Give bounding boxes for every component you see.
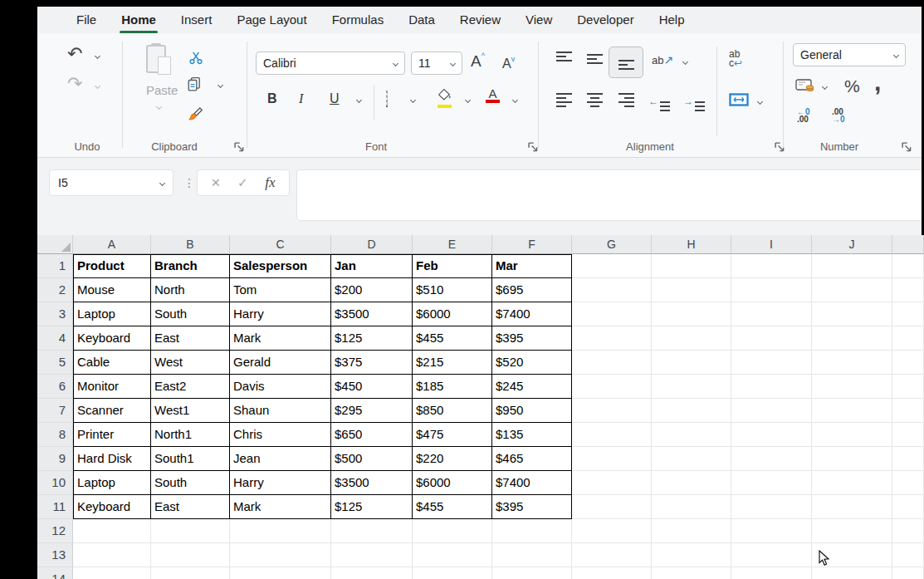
cell[interactable]: Keyboard xyxy=(73,495,151,519)
cell[interactable] xyxy=(230,567,331,579)
column-header[interactable]: J xyxy=(812,235,892,254)
cell[interactable] xyxy=(652,351,731,375)
cell[interactable]: South xyxy=(151,302,230,326)
cell[interactable] xyxy=(892,567,924,579)
cell[interactable] xyxy=(812,567,892,579)
font-size-select[interactable]: 11 xyxy=(411,52,462,75)
copy-dropdown-icon[interactable] xyxy=(218,82,223,88)
cell[interactable] xyxy=(652,254,731,278)
increase-indent-icon[interactable]: → xyxy=(683,93,705,111)
cell[interactable] xyxy=(731,302,812,326)
cell[interactable]: Jan xyxy=(331,254,413,278)
row-header[interactable]: 9 xyxy=(37,447,73,471)
cell[interactable]: $520 xyxy=(492,351,572,375)
column-header[interactable]: H xyxy=(652,235,731,254)
cell[interactable] xyxy=(492,567,572,579)
cell[interactable] xyxy=(731,447,812,471)
cell[interactable] xyxy=(731,278,812,302)
cell[interactable] xyxy=(572,351,652,375)
cell[interactable] xyxy=(892,543,924,567)
top-align-icon[interactable] xyxy=(556,52,572,66)
more-options-icon[interactable]: ⋮ xyxy=(183,176,195,189)
menu-formulas[interactable]: Formulas xyxy=(320,7,397,33)
font-color-icon[interactable]: A xyxy=(486,88,500,103)
cell[interactable] xyxy=(892,399,924,423)
cell[interactable] xyxy=(812,278,892,302)
column-header[interactable] xyxy=(892,235,924,254)
cell[interactable] xyxy=(331,543,413,567)
menu-page-layout[interactable]: Page Layout xyxy=(224,7,319,33)
row-header[interactable]: 10 xyxy=(37,471,73,495)
cell[interactable]: Product xyxy=(73,254,151,278)
cell[interactable]: $7400 xyxy=(492,471,572,495)
cell[interactable]: Mouse xyxy=(73,278,151,302)
cell[interactable] xyxy=(652,495,731,519)
cell[interactable] xyxy=(230,519,331,543)
cell[interactable] xyxy=(812,447,892,471)
cell[interactable]: $455 xyxy=(413,495,492,519)
comma-style-icon[interactable]: , xyxy=(874,68,881,96)
cell[interactable] xyxy=(652,326,731,351)
cell[interactable]: $650 xyxy=(331,423,413,447)
italic-button[interactable]: I xyxy=(299,91,303,106)
cell[interactable] xyxy=(731,567,812,579)
font-color-dropdown-icon[interactable] xyxy=(512,97,518,103)
row-header[interactable]: 2 xyxy=(37,278,73,302)
decrease-decimal-icon[interactable]: .00→0 xyxy=(832,108,845,123)
cell[interactable] xyxy=(731,351,812,375)
cell[interactable]: $450 xyxy=(331,375,413,399)
cell[interactable]: $185 xyxy=(413,375,492,399)
row-header[interactable]: 13 xyxy=(37,543,73,567)
cell[interactable]: $465 xyxy=(492,447,572,471)
cell[interactable]: South xyxy=(151,471,230,495)
cell[interactable] xyxy=(73,543,151,567)
undo-dropdown-icon[interactable] xyxy=(95,53,100,59)
cell[interactable] xyxy=(892,471,924,495)
increase-decimal-icon[interactable]: ←0.00 xyxy=(797,108,810,123)
cell[interactable]: West xyxy=(151,351,230,375)
shrink-font-button[interactable]: Av xyxy=(502,55,515,71)
cell[interactable] xyxy=(892,302,924,326)
name-box[interactable]: I5 xyxy=(49,169,174,196)
cell[interactable] xyxy=(812,423,892,447)
row-header[interactable]: 11 xyxy=(37,495,73,519)
bold-button[interactable]: B xyxy=(267,91,277,106)
cell[interactable]: $475 xyxy=(413,423,492,447)
cell[interactable]: $950 xyxy=(492,399,572,423)
fill-color-icon[interactable] xyxy=(438,88,452,108)
cell[interactable]: North xyxy=(151,278,230,302)
cell[interactable] xyxy=(652,519,731,543)
cell[interactable] xyxy=(731,399,812,423)
number-dialog-launcher-icon[interactable] xyxy=(901,141,912,153)
cancel-icon[interactable]: × xyxy=(211,174,220,192)
cell[interactable]: Keyboard xyxy=(73,326,151,351)
orientation-dropdown-icon[interactable] xyxy=(682,59,688,65)
cell[interactable]: Mark xyxy=(230,495,331,519)
cell[interactable]: Mark xyxy=(230,326,331,351)
cell[interactable]: Salesperson xyxy=(230,254,331,278)
cut-icon[interactable] xyxy=(188,50,203,68)
cell[interactable] xyxy=(731,423,812,447)
cell[interactable] xyxy=(572,254,652,278)
align-right-icon[interactable] xyxy=(618,93,634,107)
font-dialog-launcher-icon[interactable] xyxy=(527,141,539,153)
cell[interactable]: Feb xyxy=(413,254,492,278)
cell[interactable]: $295 xyxy=(331,399,413,423)
row-header[interactable]: 1 xyxy=(37,254,73,278)
menu-data[interactable]: Data xyxy=(396,7,447,33)
decrease-indent-icon[interactable]: ← xyxy=(648,93,670,111)
row-header[interactable]: 8 xyxy=(37,423,73,447)
cell[interactable]: Scanner xyxy=(73,399,151,423)
cell[interactable] xyxy=(892,351,924,375)
cell[interactable] xyxy=(492,519,572,543)
cell[interactable] xyxy=(492,543,572,567)
cell[interactable]: $215 xyxy=(413,351,492,375)
cell[interactable] xyxy=(331,567,413,579)
cell[interactable] xyxy=(731,495,812,519)
redo-dropdown-icon[interactable] xyxy=(95,83,100,89)
cell[interactable] xyxy=(652,567,731,579)
cell[interactable]: East xyxy=(151,326,230,351)
cell[interactable]: $3500 xyxy=(331,302,413,326)
row-header[interactable]: 6 xyxy=(37,375,73,399)
cell[interactable] xyxy=(572,447,652,471)
